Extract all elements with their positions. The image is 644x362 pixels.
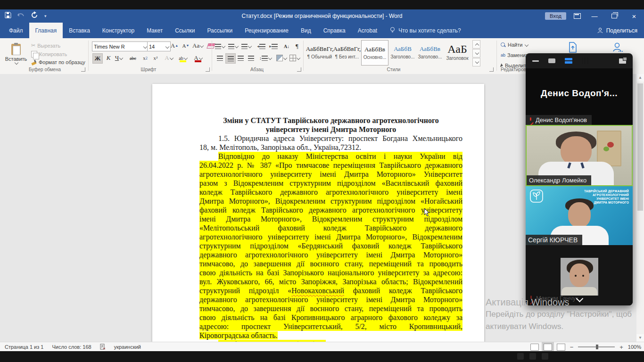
- subscript-button[interactable]: x2: [140, 53, 150, 63]
- styles-scroll-down[interactable]: [472, 49, 480, 58]
- word-count[interactable]: Число слов: 168: [52, 344, 91, 350]
- document-page[interactable]: Зміни у СТАТУТ Таврійського державного а…: [152, 84, 484, 342]
- superscript-button[interactable]: x²: [151, 53, 160, 63]
- print-layout-button[interactable]: [544, 344, 552, 351]
- undo-icon[interactable]: [17, 12, 25, 20]
- close-icon[interactable]: ×: [628, 12, 640, 20]
- align-right-button[interactable]: [236, 53, 245, 63]
- zoom-in-button[interactable]: +: [619, 344, 623, 351]
- scrollbar-thumb[interactable]: [637, 83, 643, 211]
- cut-button[interactable]: ✂ Вырезать: [31, 42, 60, 49]
- zoom-slider[interactable]: [578, 346, 615, 347]
- tray-icon[interactable]: [542, 353, 548, 360]
- zoom-slider-thumb[interactable]: [596, 345, 598, 349]
- page-indicator[interactable]: Страница 1 из 1: [5, 344, 43, 350]
- styles-more[interactable]: [472, 58, 480, 66]
- font-color-button[interactable]: А: [193, 53, 203, 63]
- shrink-font-button[interactable]: А▼: [181, 41, 190, 50]
- font-size-combo[interactable]: 14: [147, 41, 171, 51]
- text-effects-button[interactable]: А: [164, 53, 173, 63]
- style-card-3[interactable]: АаБбВЗаголово...: [389, 40, 416, 65]
- share-button[interactable]: Поделиться: [597, 23, 637, 38]
- font-name-combo[interactable]: Times New R: [92, 41, 149, 51]
- language-indicator[interactable]: украинский: [114, 344, 141, 350]
- bold-button[interactable]: Ж: [92, 53, 103, 64]
- minimize-panel-icon[interactable]: [532, 60, 539, 62]
- format-painter-button[interactable]: Формат по образцу: [31, 59, 85, 65]
- sort-button[interactable]: А↓: [282, 41, 291, 51]
- gallery-grid-icon[interactable]: [582, 58, 588, 64]
- clipboard-dialog-launcher[interactable]: [81, 67, 85, 72]
- tab-9[interactable]: Справка: [317, 23, 352, 38]
- bullets-button[interactable]: [215, 41, 225, 51]
- restore-panel-icon[interactable]: [548, 58, 555, 63]
- grow-font-button[interactable]: А▲: [170, 41, 179, 50]
- strikethrough-button[interactable]: abc: [128, 53, 138, 63]
- borders-button[interactable]: [289, 53, 300, 63]
- customize-caret-icon[interactable]: ▾: [44, 14, 47, 18]
- decrease-indent-button[interactable]: ◂: [256, 41, 266, 51]
- line-spacing-button[interactable]: ↕: [259, 53, 272, 63]
- style-card-0[interactable]: АаБбВвГг,¶ Обычный: [306, 40, 333, 65]
- increase-indent-button[interactable]: ▸: [269, 41, 278, 51]
- multilevel-list-button[interactable]: [241, 41, 251, 51]
- zoom-out-button[interactable]: −: [570, 344, 574, 351]
- align-left-button[interactable]: [215, 53, 224, 63]
- tab-2[interactable]: Вставка: [63, 23, 96, 38]
- copy-button[interactable]: Копировать: [31, 51, 67, 58]
- tray-icon[interactable]: [517, 353, 524, 360]
- styles-dialog-launcher[interactable]: [489, 67, 494, 72]
- share-pdf-icon[interactable]: [568, 42, 578, 54]
- redo-icon[interactable]: [31, 11, 38, 21]
- style-card-5[interactable]: АаБЗаголовок: [444, 40, 471, 65]
- proofing-icon[interactable]: [100, 344, 106, 351]
- italic-button[interactable]: К: [104, 53, 113, 63]
- signature-icon[interactable]: [612, 42, 624, 54]
- web-layout-button[interactable]: [557, 344, 565, 351]
- scroll-down-arrow[interactable]: ▼: [636, 334, 644, 342]
- tab-4[interactable]: Макет: [140, 23, 169, 38]
- zoom-level[interactable]: 100%: [628, 344, 641, 350]
- styles-scroll-up[interactable]: [472, 40, 480, 49]
- tab-8[interactable]: Вид: [295, 23, 317, 38]
- find-button[interactable]: Найти: [501, 42, 528, 48]
- style-card-4[interactable]: АаБбВвЗаголово...: [417, 40, 443, 65]
- numbering-button[interactable]: [228, 41, 238, 51]
- tray-icon[interactable]: [529, 353, 536, 360]
- tell-me-box[interactable]: Что вы хотите сделать?: [390, 23, 461, 38]
- tab-3[interactable]: Конструктор: [96, 23, 140, 38]
- tab-7[interactable]: Рецензирование: [239, 23, 295, 38]
- clear-formatting-button[interactable]: [206, 41, 215, 50]
- style-card-2[interactable]: АаБбВвОсновно...: [361, 40, 388, 66]
- justify-button[interactable]: [246, 53, 256, 63]
- show-marks-button[interactable]: ¶: [292, 41, 302, 51]
- change-case-button[interactable]: Aa: [192, 41, 203, 50]
- paragraph-dialog-launcher[interactable]: [297, 67, 301, 72]
- underline-button[interactable]: Ч: [114, 53, 124, 63]
- shading-button[interactable]: [276, 53, 287, 63]
- restore-icon[interactable]: [608, 13, 620, 20]
- align-center-button[interactable]: [225, 53, 236, 64]
- tab-5[interactable]: Ссылки: [169, 23, 201, 38]
- video-tile-lomeiko[interactable]: Олександр Ломейко: [526, 125, 633, 186]
- collapse-panel-chevron[interactable]: [571, 295, 588, 304]
- style-card-1[interactable]: АаБбВвГг,¶ Без инт...: [334, 40, 360, 65]
- read-mode-button[interactable]: [530, 344, 539, 351]
- video-tile-kiurchev[interactable]: ТАВРІЙСЬКИЙ ДЕРЖАВНИЙ АГРОТЕХНОЛОГІЧНИЙ …: [526, 186, 633, 245]
- save-icon[interactable]: [5, 12, 11, 20]
- popout-icon[interactable]: [619, 58, 626, 64]
- scroll-up-arrow[interactable]: ▲: [636, 74, 644, 82]
- tab-6[interactable]: Рассылки: [201, 23, 239, 38]
- paste-button[interactable]: Вставить: [4, 41, 28, 67]
- tab-0[interactable]: Файл: [3, 23, 29, 38]
- signin-button[interactable]: Вход: [545, 12, 566, 20]
- minimize-icon[interactable]: —: [588, 13, 601, 20]
- tab-1[interactable]: Главная: [29, 23, 63, 38]
- participant-photo[interactable]: [561, 258, 598, 296]
- highlight-button[interactable]: ab: [178, 53, 188, 63]
- meeting-panel[interactable]: Денис Водоп'я... Денис Водоп'янов Олекса…: [526, 53, 633, 305]
- taskbar[interactable]: [0, 351, 644, 362]
- active-speaker-area[interactable]: Денис Водоп'я... Денис Водоп'янов: [526, 68, 633, 125]
- speaker-view-icon[interactable]: [565, 58, 572, 64]
- vertical-scrollbar[interactable]: ▲ ▼: [636, 74, 644, 342]
